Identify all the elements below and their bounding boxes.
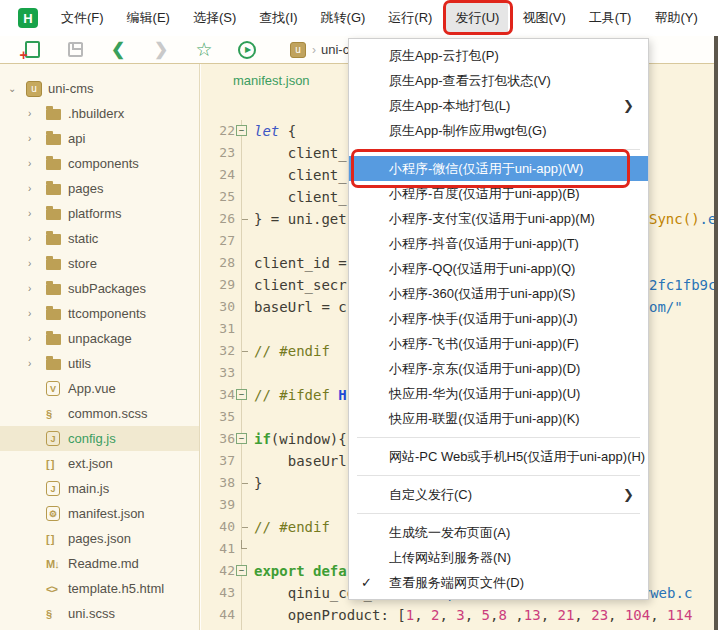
vue-icon: V xyxy=(46,381,60,396)
publish-menu-item[interactable]: 上传网站到服务器(N) xyxy=(349,545,648,570)
line-number: 42 xyxy=(201,560,241,582)
tab-manifest-json[interactable]: manifest.json xyxy=(201,64,338,97)
tree-item-readme-md[interactable]: M↓Readme.md xyxy=(0,551,199,576)
tree-chevron-icon: › xyxy=(28,308,46,319)
fold-toggle-icon[interactable]: − xyxy=(236,125,247,136)
tree-item-config-js[interactable]: Jconfig.js xyxy=(0,426,199,451)
code-token: client_ xyxy=(254,189,347,205)
favorite-icon[interactable]: ☆ xyxy=(193,39,215,61)
code-text: client_ xyxy=(254,186,347,208)
publish-menu-item[interactable]: 快应用-联盟(仅适用于uni-app)(K) xyxy=(349,406,648,431)
folder-icon xyxy=(46,134,61,145)
fold-tick xyxy=(242,219,248,220)
tree-item-store[interactable]: ›store xyxy=(0,251,199,276)
tree-item-subpackages[interactable]: ›subPackages xyxy=(0,276,199,301)
md-icon: M↓ xyxy=(46,558,59,570)
line-number: 31 xyxy=(201,318,241,340)
tree-item-uni-scss[interactable]: §uni.scss xyxy=(0,601,199,626)
publish-menu-item[interactable]: 原生App-本地打包(L)❯ xyxy=(349,93,648,118)
tree-item-label: Readme.md xyxy=(68,556,139,571)
tree-item-api[interactable]: ›api xyxy=(0,126,199,151)
menubar-item[interactable]: 运行(R) xyxy=(379,3,441,33)
publish-menu-item[interactable]: 快应用-华为(仅适用于uni-app)(U) xyxy=(349,381,648,406)
tree-item-static[interactable]: ›static xyxy=(0,226,199,251)
publish-menu-item[interactable]: 原生App-查看云打包状态(V) xyxy=(349,68,648,93)
app-logo-icon: H xyxy=(18,8,38,28)
tree-item-components[interactable]: ›components xyxy=(0,151,199,176)
folder-icon xyxy=(46,309,61,320)
new-file-icon[interactable] xyxy=(21,39,43,61)
menubar-item[interactable]: 发行(U) xyxy=(446,3,508,33)
publish-menu-item[interactable]: 小程序-京东(仅适用于uni-app)(D) xyxy=(349,356,648,381)
menubar-item-label: 发行(U) xyxy=(455,10,499,25)
publish-menu-item[interactable]: 小程序-支付宝(仅适用于uni-app)(M) xyxy=(349,206,648,231)
menubar-item[interactable]: 跳转(G) xyxy=(312,3,375,33)
line-number: 25 xyxy=(201,186,241,208)
menubar-item[interactable]: 文件(F) xyxy=(52,3,113,33)
fold-gutter xyxy=(241,296,254,318)
menubar-item[interactable]: 选择(S) xyxy=(184,3,245,33)
publish-menu-item[interactable]: 小程序-百度(仅适用于uni-app)(B) xyxy=(349,181,648,206)
fold-gutter: − xyxy=(241,384,254,406)
line-number: 41 xyxy=(201,538,241,560)
code-token: , xyxy=(465,607,482,623)
tree-item-ext-json[interactable]: [ ]ext.json xyxy=(0,451,199,476)
publish-menu-item[interactable]: ✓查看服务端网页文件(D) xyxy=(349,570,648,595)
menu-item-label: 快应用-华为(仅适用于uni-app)(U) xyxy=(389,385,580,403)
line-number: 35 xyxy=(201,406,241,428)
publish-menu-item[interactable]: 网站-PC Web或手机H5(仅适用于uni-app)(H) xyxy=(349,444,648,469)
publish-menu-item[interactable]: 自定义发行(C)❯ xyxy=(349,482,648,507)
tree-item-pages[interactable]: ›pages xyxy=(0,176,199,201)
publish-menu-item[interactable]: 小程序-快手(仅适用于uni-app)(J) xyxy=(349,306,648,331)
json-icon: [ ] xyxy=(46,458,53,470)
fold-tick xyxy=(242,527,248,528)
tree-item-ttcomponents[interactable]: ›ttcomponents xyxy=(0,301,199,326)
menubar-item-label: 跳转(G) xyxy=(321,10,366,25)
publish-menu-item[interactable]: 生成统一发布页面(A) xyxy=(349,520,648,545)
run-icon[interactable]: ▶ xyxy=(236,39,258,61)
fold-toggle-icon[interactable]: − xyxy=(236,565,247,576)
tree-item-unpackage[interactable]: ›unpackage xyxy=(0,326,199,351)
json-icon: [ ] xyxy=(46,533,68,545)
js-icon: J xyxy=(46,481,60,496)
tree-item-app-vue[interactable]: VApp.vue xyxy=(0,376,199,401)
code-token: 104 xyxy=(625,607,650,623)
fold-toggle-icon[interactable]: − xyxy=(236,433,247,444)
publish-menu-item[interactable]: 小程序-抖音(仅适用于uni-app)(T) xyxy=(349,231,648,256)
menu-item-label: 网站-PC Web或手机H5(仅适用于uni-app)(H) xyxy=(389,448,645,466)
line-number: 30 xyxy=(201,296,241,318)
fold-toggle-icon[interactable]: − xyxy=(236,389,247,400)
tree-item--hbuilderx[interactable]: ›.hbuilderx xyxy=(0,101,199,126)
folder-icon xyxy=(46,107,68,120)
publish-menu-item[interactable]: 原生App-制作应用wgt包(G) xyxy=(349,118,648,143)
save-icon[interactable] xyxy=(64,39,86,61)
publish-menu-item[interactable]: 小程序-微信(仅适用于uni-app)(W) xyxy=(349,156,648,181)
code-text: let { xyxy=(254,120,296,142)
publish-menu-item[interactable]: 小程序-QQ(仅适用于uni-app)(Q) xyxy=(349,256,648,281)
folder-icon xyxy=(46,132,68,145)
code-text: openProduct: [1, 2, 3, 5,8 ,13, 21, 23, … xyxy=(254,604,692,626)
menubar-item[interactable]: 编辑(E) xyxy=(118,3,179,33)
folder-icon xyxy=(46,359,61,370)
tree-item-common-scss[interactable]: §common.scss xyxy=(0,401,199,426)
code-token: client_ xyxy=(254,145,347,161)
tree-item-template-h5-html[interactable]: <>template.h5.html xyxy=(0,576,199,601)
menubar-item[interactable]: 查找(I) xyxy=(250,3,306,33)
menubar-item[interactable]: 工具(T) xyxy=(580,3,641,33)
code-token: , xyxy=(439,607,456,623)
tree-item-utils[interactable]: ›utils xyxy=(0,351,199,376)
folder-icon xyxy=(46,234,61,245)
menubar-item[interactable]: 视图(V) xyxy=(513,3,574,33)
publish-menu-item[interactable]: 小程序-飞书(仅适用于uni-app)(F) xyxy=(349,331,648,356)
publish-menu-item[interactable]: 原生App-云打包(P) xyxy=(349,43,648,68)
tree-item-pages-json[interactable]: [ ]pages.json xyxy=(0,526,199,551)
tree-item-main-js[interactable]: Jmain.js xyxy=(0,476,199,501)
menu-item-label: 小程序-360(仅适用于uni-app)(S) xyxy=(389,285,575,303)
tree-item-uni-cms[interactable]: ⌄uuni-cms xyxy=(0,76,199,101)
publish-menu-item[interactable]: 小程序-360(仅适用于uni-app)(S) xyxy=(349,281,648,306)
menubar-item[interactable]: 帮助(Y) xyxy=(645,3,706,33)
tree-item-manifest-json[interactable]: ⚙manifest.json xyxy=(0,501,199,526)
forward-icon[interactable]: ❯ xyxy=(150,39,172,61)
tree-item-platforms[interactable]: ›platforms xyxy=(0,201,199,226)
back-icon[interactable]: ❮ xyxy=(107,39,129,61)
